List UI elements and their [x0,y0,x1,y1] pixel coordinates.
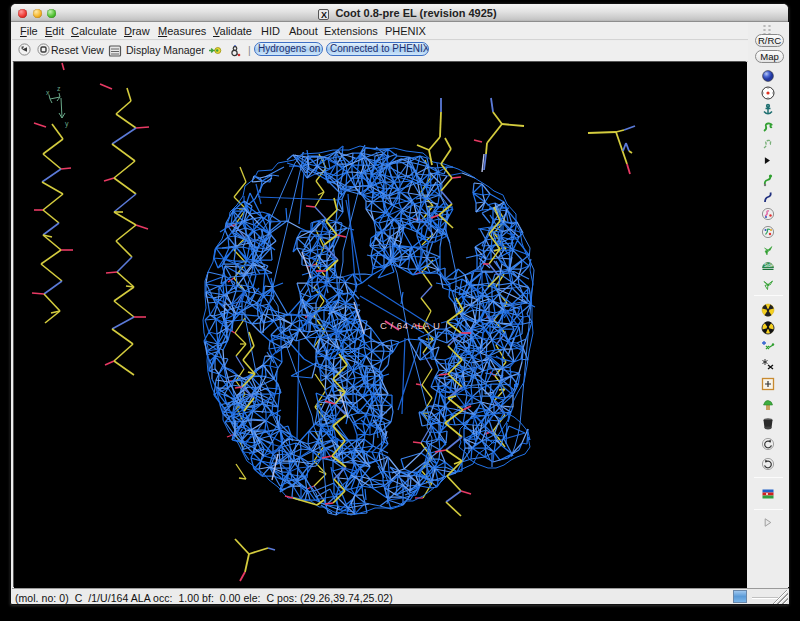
svg-text:y: y [65,120,69,128]
svg-text:C / 64 ALA U: C / 64 ALA U [380,320,440,331]
svg-text:Side: Side [764,263,774,268]
svg-text:z: z [57,85,61,92]
svg-text:x: x [46,89,50,96]
